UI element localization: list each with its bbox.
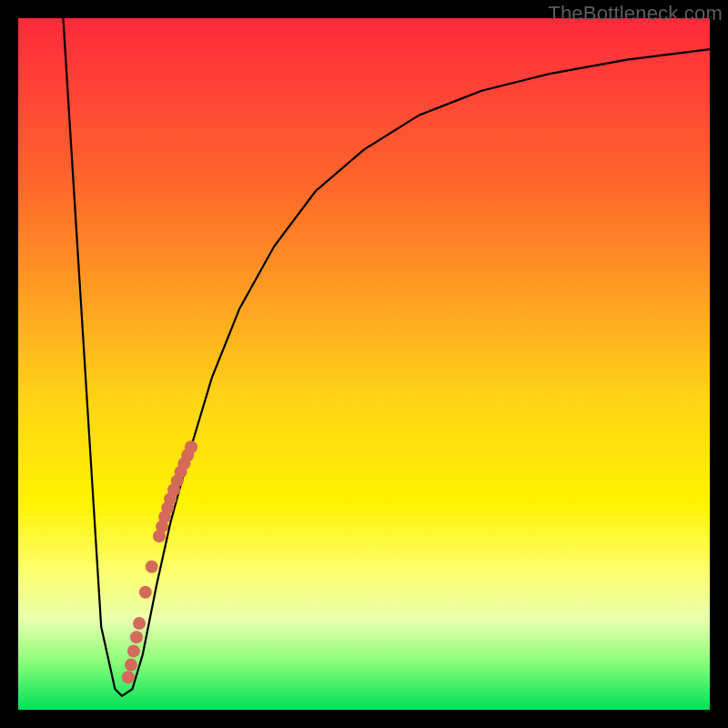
chart-frame: TheBottleneck.com	[0, 0, 728, 728]
plot-area	[18, 18, 710, 710]
segment-high-10	[153, 530, 166, 542]
segment-low-1	[133, 617, 146, 630]
segment-low-2	[130, 631, 143, 643]
gap-point-2	[139, 586, 152, 599]
segment-low-3	[127, 644, 140, 657]
marker-group	[122, 440, 197, 683]
segment-low-4	[125, 659, 137, 672]
main-curve	[63, 18, 710, 696]
gap-point-1	[146, 561, 158, 573]
curve-layer	[18, 18, 710, 710]
segment-low-5	[122, 671, 135, 683]
